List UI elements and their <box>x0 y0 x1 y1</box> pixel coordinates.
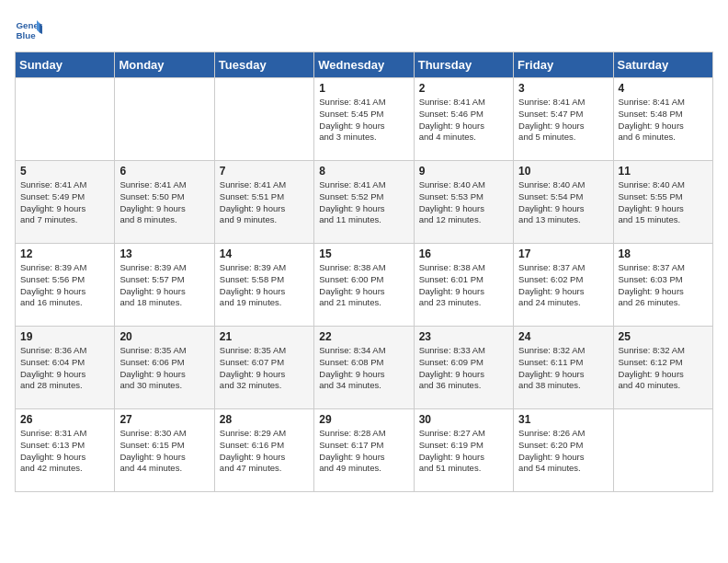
day-number: 20 <box>119 330 209 343</box>
calendar-header-row: SundayMondayTuesdayWednesdayThursdayFrid… <box>16 52 713 78</box>
day-number: 2 <box>419 82 508 95</box>
calendar-cell: 1Sunrise: 8:41 AM Sunset: 5:45 PM Daylig… <box>314 78 414 161</box>
day-number: 30 <box>419 413 508 426</box>
cell-content: Sunrise: 8:28 AM Sunset: 6:17 PM Dayligh… <box>319 428 408 475</box>
day-number: 17 <box>518 247 608 260</box>
day-number: 1 <box>319 82 408 95</box>
cell-content: Sunrise: 8:32 AM Sunset: 6:11 PM Dayligh… <box>518 345 608 392</box>
cell-content: Sunrise: 8:29 AM Sunset: 6:16 PM Dayligh… <box>220 428 309 475</box>
cell-content: Sunrise: 8:41 AM Sunset: 5:46 PM Dayligh… <box>419 97 508 144</box>
cell-content: Sunrise: 8:41 AM Sunset: 5:52 PM Dayligh… <box>319 179 408 226</box>
calendar-cell: 6Sunrise: 8:41 AM Sunset: 5:50 PM Daylig… <box>115 161 214 244</box>
calendar-week-row: 1Sunrise: 8:41 AM Sunset: 5:45 PM Daylig… <box>16 78 713 161</box>
day-number: 3 <box>518 82 608 95</box>
day-number: 11 <box>619 165 708 178</box>
calendar-cell: 12Sunrise: 8:39 AM Sunset: 5:56 PM Dayli… <box>16 244 115 327</box>
day-number: 28 <box>220 413 309 426</box>
cell-content: Sunrise: 8:39 AM Sunset: 5:56 PM Dayligh… <box>20 262 109 309</box>
page-header: General Blue <box>15 15 713 42</box>
day-number: 19 <box>20 330 109 343</box>
day-number: 18 <box>619 247 708 260</box>
calendar-cell: 22Sunrise: 8:34 AM Sunset: 6:08 PM Dayli… <box>314 327 414 409</box>
logo-icon: General Blue <box>15 15 42 42</box>
calendar-week-row: 19Sunrise: 8:36 AM Sunset: 6:04 PM Dayli… <box>16 327 713 409</box>
calendar-day-header: Monday <box>115 52 214 78</box>
calendar-cell: 15Sunrise: 8:38 AM Sunset: 6:00 PM Dayli… <box>314 244 414 327</box>
day-number: 8 <box>319 165 408 178</box>
day-number: 9 <box>419 165 508 178</box>
day-number: 24 <box>518 330 608 343</box>
day-number: 16 <box>419 247 508 260</box>
calendar-cell: 10Sunrise: 8:40 AM Sunset: 5:54 PM Dayli… <box>514 161 613 244</box>
calendar-cell: 17Sunrise: 8:37 AM Sunset: 6:02 PM Dayli… <box>514 244 613 327</box>
svg-text:Blue: Blue <box>17 30 37 40</box>
calendar-cell: 7Sunrise: 8:41 AM Sunset: 5:51 PM Daylig… <box>214 161 313 244</box>
calendar-cell: 11Sunrise: 8:40 AM Sunset: 5:55 PM Dayli… <box>613 161 712 244</box>
calendar-cell: 20Sunrise: 8:35 AM Sunset: 6:06 PM Dayli… <box>115 327 214 409</box>
calendar-cell: 25Sunrise: 8:32 AM Sunset: 6:12 PM Dayli… <box>613 327 712 409</box>
calendar-day-header: Wednesday <box>314 52 414 78</box>
day-number: 22 <box>319 330 408 343</box>
cell-content: Sunrise: 8:41 AM Sunset: 5:48 PM Dayligh… <box>619 97 708 144</box>
day-number: 15 <box>319 247 408 260</box>
cell-content: Sunrise: 8:27 AM Sunset: 6:19 PM Dayligh… <box>419 428 508 475</box>
day-number: 12 <box>20 247 109 260</box>
calendar-cell: 9Sunrise: 8:40 AM Sunset: 5:53 PM Daylig… <box>414 161 513 244</box>
day-number: 13 <box>119 247 209 260</box>
cell-content: Sunrise: 8:40 AM Sunset: 5:53 PM Dayligh… <box>419 179 508 226</box>
day-number: 4 <box>619 82 708 95</box>
calendar-cell: 24Sunrise: 8:32 AM Sunset: 6:11 PM Dayli… <box>514 327 613 409</box>
calendar-day-header: Friday <box>514 52 613 78</box>
calendar-cell: 29Sunrise: 8:28 AM Sunset: 6:17 PM Dayli… <box>314 409 414 492</box>
day-number: 6 <box>119 165 209 178</box>
day-number: 21 <box>220 330 309 343</box>
calendar-day-header: Sunday <box>16 52 115 78</box>
cell-content: Sunrise: 8:35 AM Sunset: 6:06 PM Dayligh… <box>119 345 209 392</box>
calendar-cell: 5Sunrise: 8:41 AM Sunset: 5:49 PM Daylig… <box>16 161 115 244</box>
calendar-day-header: Tuesday <box>214 52 313 78</box>
cell-content: Sunrise: 8:35 AM Sunset: 6:07 PM Dayligh… <box>220 345 309 392</box>
calendar-cell: 14Sunrise: 8:39 AM Sunset: 5:58 PM Dayli… <box>214 244 313 327</box>
logo: General Blue <box>15 15 46 42</box>
calendar-cell: 4Sunrise: 8:41 AM Sunset: 5:48 PM Daylig… <box>613 78 712 161</box>
cell-content: Sunrise: 8:34 AM Sunset: 6:08 PM Dayligh… <box>319 345 408 392</box>
calendar-cell: 2Sunrise: 8:41 AM Sunset: 5:46 PM Daylig… <box>414 78 513 161</box>
day-number: 5 <box>20 165 109 178</box>
day-number: 27 <box>119 413 209 426</box>
calendar-cell: 31Sunrise: 8:26 AM Sunset: 6:20 PM Dayli… <box>514 409 613 492</box>
calendar-cell: 3Sunrise: 8:41 AM Sunset: 5:47 PM Daylig… <box>514 78 613 161</box>
calendar-table: SundayMondayTuesdayWednesdayThursdayFrid… <box>15 52 713 492</box>
calendar-cell: 30Sunrise: 8:27 AM Sunset: 6:19 PM Dayli… <box>414 409 513 492</box>
cell-content: Sunrise: 8:38 AM Sunset: 6:00 PM Dayligh… <box>319 262 408 309</box>
day-number: 29 <box>319 413 408 426</box>
calendar-cell <box>214 78 313 161</box>
cell-content: Sunrise: 8:33 AM Sunset: 6:09 PM Dayligh… <box>419 345 508 392</box>
calendar-cell: 19Sunrise: 8:36 AM Sunset: 6:04 PM Dayli… <box>16 327 115 409</box>
cell-content: Sunrise: 8:37 AM Sunset: 6:03 PM Dayligh… <box>619 262 708 309</box>
cell-content: Sunrise: 8:26 AM Sunset: 6:20 PM Dayligh… <box>518 428 608 475</box>
cell-content: Sunrise: 8:36 AM Sunset: 6:04 PM Dayligh… <box>20 345 109 392</box>
cell-content: Sunrise: 8:40 AM Sunset: 5:55 PM Dayligh… <box>619 179 708 226</box>
calendar-cell: 28Sunrise: 8:29 AM Sunset: 6:16 PM Dayli… <box>214 409 313 492</box>
day-number: 26 <box>20 413 109 426</box>
calendar-cell <box>16 78 115 161</box>
cell-content: Sunrise: 8:41 AM Sunset: 5:45 PM Dayligh… <box>319 97 408 144</box>
calendar-cell: 27Sunrise: 8:30 AM Sunset: 6:15 PM Dayli… <box>115 409 214 492</box>
day-number: 25 <box>619 330 708 343</box>
cell-content: Sunrise: 8:39 AM Sunset: 5:58 PM Dayligh… <box>220 262 309 309</box>
cell-content: Sunrise: 8:41 AM Sunset: 5:51 PM Dayligh… <box>220 179 309 226</box>
day-number: 14 <box>220 247 309 260</box>
day-number: 10 <box>518 165 608 178</box>
cell-content: Sunrise: 8:39 AM Sunset: 5:57 PM Dayligh… <box>119 262 209 309</box>
calendar-cell: 23Sunrise: 8:33 AM Sunset: 6:09 PM Dayli… <box>414 327 513 409</box>
calendar-day-header: Thursday <box>414 52 513 78</box>
cell-content: Sunrise: 8:41 AM Sunset: 5:49 PM Dayligh… <box>20 179 109 226</box>
cell-content: Sunrise: 8:38 AM Sunset: 6:01 PM Dayligh… <box>419 262 508 309</box>
calendar-cell: 26Sunrise: 8:31 AM Sunset: 6:13 PM Dayli… <box>16 409 115 492</box>
calendar-week-row: 5Sunrise: 8:41 AM Sunset: 5:49 PM Daylig… <box>16 161 713 244</box>
day-number: 7 <box>220 165 309 178</box>
calendar-week-row: 12Sunrise: 8:39 AM Sunset: 5:56 PM Dayli… <box>16 244 713 327</box>
cell-content: Sunrise: 8:31 AM Sunset: 6:13 PM Dayligh… <box>20 428 109 475</box>
calendar-cell: 18Sunrise: 8:37 AM Sunset: 6:03 PM Dayli… <box>613 244 712 327</box>
calendar-cell: 21Sunrise: 8:35 AM Sunset: 6:07 PM Dayli… <box>214 327 313 409</box>
